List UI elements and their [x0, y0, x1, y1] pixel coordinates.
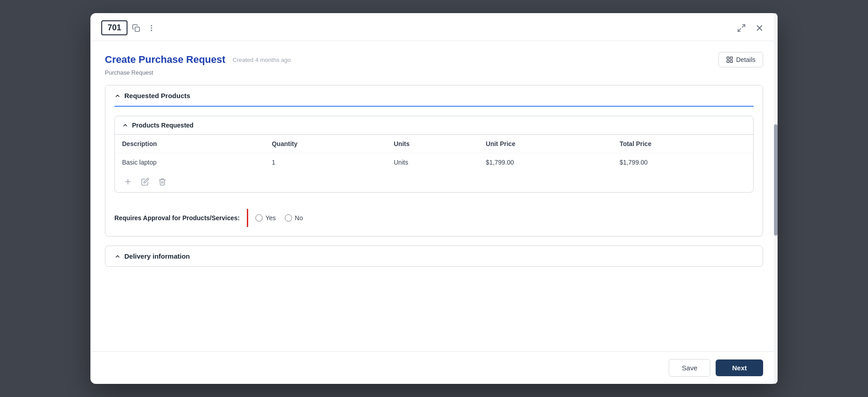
modal-header: 701: [90, 13, 778, 41]
products-requested-title: Products Requested: [132, 122, 193, 129]
table-header-row: Description Quantity Units Unit Price To…: [115, 135, 753, 153]
modal-actions: [734, 21, 767, 35]
modal-id: 701: [101, 20, 127, 35]
cell-quantity: 1: [264, 153, 387, 172]
col-description: Description: [115, 135, 264, 153]
table-row: Basic laptop 1 Units $1,799.00 $1,799.00: [115, 153, 753, 172]
products-requested-header: Products Requested: [115, 116, 753, 135]
trash-icon: [158, 178, 166, 186]
products-table: Description Quantity Units Unit Price To…: [115, 135, 753, 171]
cell-description: Basic laptop: [115, 153, 264, 172]
col-quantity: Quantity: [264, 135, 387, 153]
table-head: Description Quantity Units Unit Price To…: [115, 135, 753, 153]
modal-id-group: 701: [101, 20, 158, 35]
delivery-header: Delivery information: [105, 246, 763, 266]
details-icon: [726, 56, 733, 63]
approval-no-radio[interactable]: [285, 214, 292, 222]
details-label: Details: [736, 56, 755, 63]
more-icon: [147, 24, 156, 32]
modal-container: 701: [90, 13, 778, 384]
requested-products-section: Requested Products Products Requested: [105, 85, 763, 236]
cell-unit-price: $1,799.00: [479, 153, 613, 172]
delivery-chevron-icon: [114, 253, 121, 260]
svg-rect-8: [727, 57, 729, 59]
approval-row: Requires Approval for Products/Services:…: [105, 202, 763, 236]
svg-point-2: [151, 27, 152, 28]
close-icon: [755, 24, 764, 33]
delivery-section: Delivery information: [105, 246, 763, 267]
modal-body: Create Purchase Request Created 4 months…: [90, 41, 778, 351]
form-created: Created 4 months ago: [233, 57, 291, 63]
form-title-row: Create Purchase Request Created 4 months…: [105, 52, 763, 67]
approval-yes-option[interactable]: Yes: [255, 214, 276, 222]
edit-row-button[interactable]: [139, 176, 151, 188]
products-requested-subsection: Products Requested Description Quantity …: [114, 116, 754, 193]
approval-required-indicator: [247, 209, 248, 227]
approval-no-option[interactable]: No: [285, 214, 303, 222]
scrollbar-track: [774, 13, 778, 384]
approval-no-label: No: [295, 214, 303, 222]
table-body: Basic laptop 1 Units $1,799.00 $1,799.00: [115, 153, 753, 172]
more-options-button[interactable]: [145, 21, 158, 35]
delete-row-button[interactable]: [156, 176, 168, 188]
col-units: Units: [387, 135, 479, 153]
section-divider: [114, 106, 754, 107]
requested-products-title: Requested Products: [124, 92, 190, 99]
edit-icon: [141, 178, 149, 186]
svg-line-5: [738, 28, 741, 31]
svg-rect-0: [135, 27, 140, 31]
approval-yes-label: Yes: [265, 214, 276, 222]
approval-yes-radio[interactable]: [255, 214, 263, 222]
close-button[interactable]: [752, 21, 767, 35]
requested-products-header: Requested Products: [105, 85, 763, 106]
approval-label: Requires Approval for Products/Services:: [114, 214, 240, 222]
table-actions: [115, 171, 753, 192]
form-title: Create Purchase Request: [105, 54, 226, 66]
svg-point-3: [151, 29, 152, 31]
svg-rect-10: [731, 60, 733, 62]
svg-line-4: [742, 24, 745, 27]
modal-overlay: 701: [0, 0, 868, 397]
modal-footer: Save Next: [90, 351, 778, 384]
add-icon: [124, 178, 132, 186]
expand-icon: [737, 24, 746, 33]
copy-button[interactable]: [129, 21, 143, 35]
form-type: Purchase Request: [105, 69, 763, 76]
cell-units: Units: [387, 153, 479, 172]
delivery-title: Delivery information: [124, 252, 190, 260]
col-unit-price: Unit Price: [479, 135, 613, 153]
approval-radio-group: Yes No: [255, 214, 303, 222]
expand-button[interactable]: [734, 21, 749, 35]
save-button[interactable]: Save: [669, 359, 710, 377]
title-left: Create Purchase Request Created 4 months…: [105, 54, 291, 66]
subsection-chevron-icon: [122, 122, 128, 128]
svg-point-1: [151, 25, 152, 26]
svg-rect-11: [727, 60, 729, 62]
svg-rect-9: [731, 57, 733, 59]
add-row-button[interactable]: [122, 176, 134, 188]
details-button[interactable]: Details: [718, 52, 763, 67]
chevron-up-icon: [114, 93, 121, 99]
scrollbar-thumb[interactable]: [774, 124, 778, 236]
copy-icon: [132, 24, 140, 32]
cell-total-price: $1,799.00: [612, 153, 753, 172]
col-total-price: Total Price: [612, 135, 753, 153]
next-button[interactable]: Next: [716, 359, 763, 376]
